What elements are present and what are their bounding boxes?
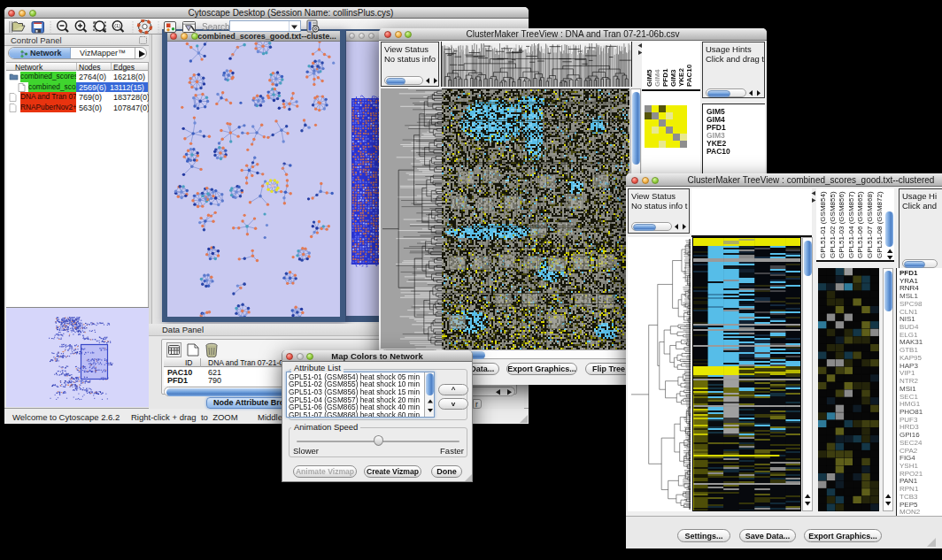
svg-text:(1): (1) (114, 23, 120, 28)
